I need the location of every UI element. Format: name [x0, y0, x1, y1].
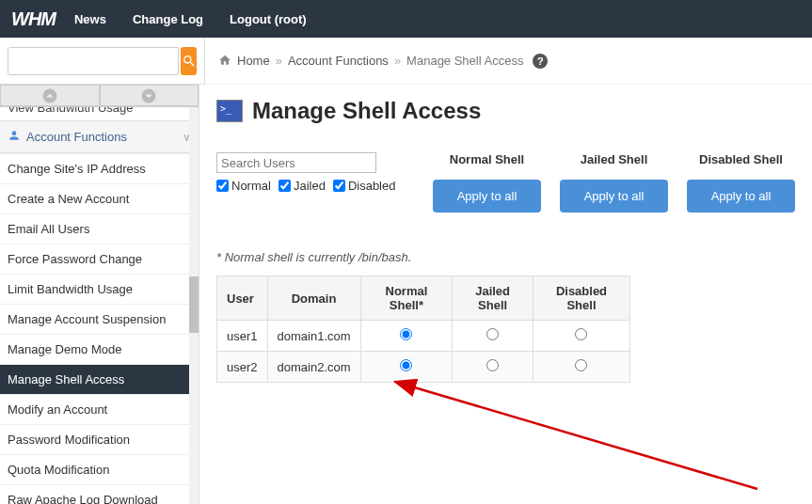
filter-normal[interactable]: Normal — [216, 179, 271, 193]
radio-jailed[interactable] — [486, 328, 499, 340]
col-jailed: Jailed Shell Apply to all — [560, 152, 668, 213]
col-disabled-label: Disabled Shell — [687, 152, 795, 166]
chevron-up-icon — [41, 87, 58, 104]
th-jailed: Jailed Shell — [453, 276, 533, 321]
col-normal: Normal Shell Apply to all — [433, 152, 541, 213]
radio-disabled[interactable] — [575, 328, 587, 340]
global-search-input[interactable] — [8, 47, 179, 75]
sidebar-item[interactable]: Create a New Account — [0, 183, 199, 213]
col-normal-label: Normal Shell — [433, 152, 541, 166]
th-normal: Normal Shell* — [360, 276, 453, 321]
top-bar: WHM News Change Log Logout (root) — [0, 0, 812, 38]
breadcrumb-sep: » — [276, 54, 282, 68]
breadcrumb-home[interactable]: Home — [237, 54, 270, 68]
subheader-row: Home » Account Functions » Manage Shell … — [0, 38, 812, 85]
terminal-icon — [216, 100, 243, 122]
sidebar-item[interactable]: Force Password Change — [0, 244, 199, 274]
sidebar-item[interactable]: Raw Apache Log Download — [0, 484, 199, 504]
search-icon — [182, 54, 197, 69]
sidebar-section-header[interactable]: Account Functions ∨ — [0, 120, 199, 153]
nav-changelog[interactable]: Change Log — [133, 12, 203, 26]
main-content: Manage Shell Access Normal Jailed Disabl… — [199, 85, 812, 504]
apply-all-jailed-button[interactable]: Apply to all — [560, 180, 668, 213]
apply-all-normal-button[interactable]: Apply to all — [433, 180, 541, 213]
sidebar-scrollbar[interactable] — [189, 107, 199, 504]
sidebar-item[interactable]: Password Modification — [0, 424, 199, 454]
sidebar-scrollbar-thumb[interactable] — [189, 276, 199, 333]
help-icon[interactable]: ? — [533, 54, 548, 69]
column-heads-row: Normal Shell Apply to all Jailed Shell A… — [433, 152, 795, 213]
radio-normal[interactable] — [400, 328, 412, 340]
radio-normal[interactable] — [400, 359, 412, 371]
sidebar-list: View Bandwidth Usage Account Functions ∨… — [0, 107, 199, 504]
apply-all-disabled-button[interactable]: Apply to all — [687, 180, 795, 213]
nav-logout[interactable]: Logout (root) — [230, 12, 307, 26]
search-users-input[interactable] — [216, 152, 376, 173]
global-search-wrap — [0, 38, 205, 85]
chevron-down-icon — [140, 87, 157, 104]
filter-disabled-checkbox[interactable] — [333, 180, 345, 192]
breadcrumb: Home » Account Functions » Manage Shell … — [205, 38, 812, 85]
breadcrumb-sep: » — [394, 54, 401, 68]
user-icon — [8, 129, 21, 145]
table-row: user2domain2.com — [217, 352, 630, 383]
sidebar-collapse-down[interactable] — [100, 85, 199, 106]
cell-user: user2 — [217, 352, 268, 383]
layout: View Bandwidth Usage Account Functions ∨… — [0, 85, 812, 504]
sidebar-item[interactable]: Email All Users — [0, 213, 199, 244]
breadcrumb-current: Manage Shell Access — [406, 54, 523, 68]
cell-domain: domain2.com — [267, 352, 360, 383]
global-search-button[interactable] — [181, 47, 197, 75]
col-disabled: Disabled Shell Apply to all — [687, 152, 795, 213]
sidebar: View Bandwidth Usage Account Functions ∨… — [0, 85, 199, 504]
controls-row: Normal Jailed Disabled Normal Shell Appl… — [216, 152, 795, 222]
cell-domain: domain1.com — [267, 321, 360, 352]
left-controls: Normal Jailed Disabled — [216, 152, 433, 193]
radio-jailed[interactable] — [486, 359, 499, 371]
table-row: user1domain1.com — [217, 321, 630, 352]
svg-line-3 — [395, 382, 757, 489]
users-table: User Domain Normal Shell* Jailed Shell D… — [216, 276, 630, 383]
sidebar-item[interactable]: Manage Account Suspension — [0, 304, 199, 334]
sidebar-header-label: Account Functions — [26, 130, 127, 144]
filter-jailed[interactable]: Jailed — [279, 179, 326, 193]
top-nav: News Change Log Logout (root) — [74, 12, 307, 26]
sidebar-item[interactable]: Manage Shell Access — [0, 364, 199, 394]
whm-logo: WHM — [11, 8, 56, 30]
breadcrumb-section[interactable]: Account Functions — [288, 54, 389, 68]
filter-jailed-checkbox[interactable] — [279, 180, 291, 192]
filter-normal-checkbox[interactable] — [216, 180, 229, 192]
filter-disabled[interactable]: Disabled — [333, 179, 396, 193]
home-icon — [218, 54, 231, 68]
th-disabled: Disabled Shell — [533, 276, 629, 321]
page-title: Manage Shell Access — [252, 98, 481, 124]
page-title-row: Manage Shell Access — [216, 98, 795, 124]
sidebar-item[interactable]: Quota Modification — [0, 454, 199, 484]
radio-disabled[interactable] — [575, 359, 587, 371]
th-domain: Domain — [267, 276, 360, 321]
filter-checkboxes: Normal Jailed Disabled — [216, 179, 433, 193]
sidebar-collapse-up[interactable] — [0, 85, 100, 106]
th-user: User — [217, 276, 268, 321]
sidebar-item[interactable]: Manage Demo Mode — [0, 334, 199, 364]
cell-user: user1 — [217, 321, 268, 352]
col-jailed-label: Jailed Shell — [560, 152, 668, 166]
nav-news[interactable]: News — [74, 12, 106, 26]
sidebar-item[interactable]: Limit Bandwidth Usage — [0, 274, 199, 304]
sidebar-item[interactable]: Change Site's IP Address — [0, 153, 199, 183]
sidebar-collapse-bar — [0, 85, 199, 107]
shell-note: * Normal shell is currently /bin/bash. — [216, 250, 795, 264]
sidebar-item-truncated[interactable]: View Bandwidth Usage — [0, 107, 199, 120]
sidebar-item[interactable]: Modify an Account — [0, 394, 199, 424]
